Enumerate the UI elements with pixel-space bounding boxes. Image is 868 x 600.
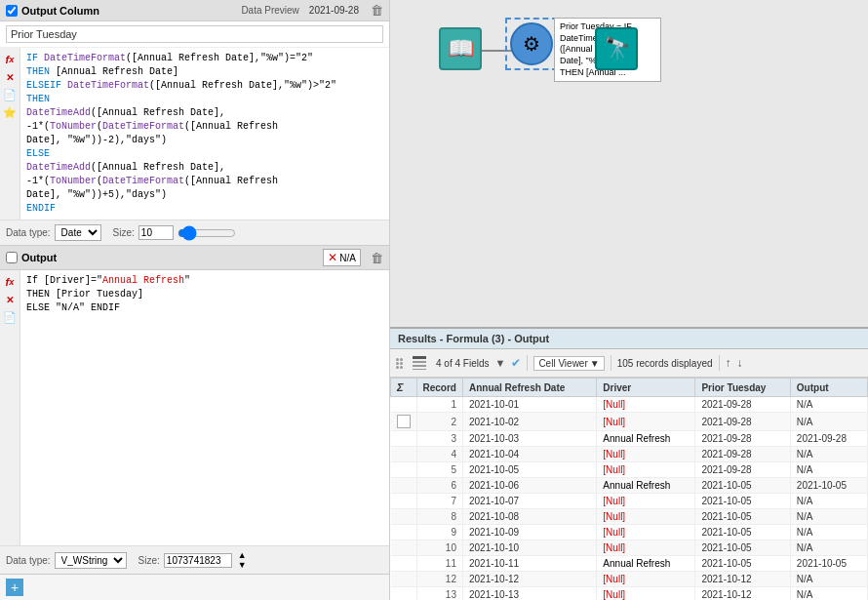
output-icon-fx[interactable]: fx [2, 274, 18, 290]
left-panel: Output Column Data Preview 2021-09-28 🗑 … [0, 0, 390, 600]
canvas-area: 📖 ⚙ Prior Tuesday = IF DateTimeFormat ([… [390, 0, 868, 327]
cell-prior-tuesday: 2021-10-05 [695, 509, 790, 525]
table-row: 52021-10-05[Null]2021-09-28N/A [391, 462, 868, 478]
cell-driver: [Null] [597, 587, 695, 601]
cell-viewer-btn[interactable]: Cell Viewer ▼ [533, 356, 604, 371]
cell-record: 5 [416, 462, 462, 478]
datatype-select-2[interactable]: V_WString [55, 552, 127, 569]
row-checkbox-cell [391, 525, 417, 540]
size-label-2: Size: [138, 555, 160, 566]
size-label-1: Size: [113, 227, 135, 238]
browse-node-icon: 🔭 [595, 27, 638, 70]
fields-checkmark: ✔ [511, 356, 521, 370]
data-type-row-1: Data type: Date Size: [0, 220, 389, 245]
size-slider-1[interactable] [178, 225, 236, 241]
col-annual-refresh-date[interactable]: Annual Refresh Date [462, 379, 596, 397]
size-input-1[interactable] [138, 225, 174, 240]
delete-column-icon[interactable]: 🗑 [371, 3, 383, 18]
results-header: Results - Formula (3) - Output [390, 329, 868, 349]
output-column-checkbox[interactable] [6, 5, 18, 17]
row-checkbox-cell [391, 556, 417, 572]
size-input-2[interactable] [164, 553, 232, 568]
cell-annual-refresh-date: 2021-10-02 [462, 413, 596, 431]
cell-record: 3 [416, 431, 462, 447]
cell-record: 7 [416, 494, 462, 509]
add-button[interactable]: + [6, 579, 23, 596]
cell-viewer-label: Cell Viewer [538, 358, 587, 369]
cell-prior-tuesday: 2021-10-12 [695, 572, 790, 587]
results-table: Σ Record Annual Refresh Date Driver Prio… [390, 378, 868, 600]
formula-icon-fx[interactable]: fx [2, 52, 18, 67]
col-prior-tuesday[interactable]: Prior Tuesday [695, 379, 790, 397]
cell-record: 2 [416, 413, 462, 431]
cell-driver: [Null] [597, 494, 695, 509]
output-checkbox[interactable] [6, 252, 18, 263]
table-row: 72021-10-07[Null]2021-10-05N/A [391, 494, 868, 509]
cell-output: N/A [790, 494, 867, 509]
cell-output: 2021-09-28 [790, 431, 867, 447]
cell-driver: Annual Refresh [597, 431, 695, 447]
size-spinner-up[interactable]: ▲▼ [238, 550, 247, 570]
output-formula-code[interactable]: If [Driver]="Annual Refresh" THEN [Prior… [20, 270, 389, 545]
table-row: 82021-10-08[Null]2021-10-05N/A [391, 509, 868, 525]
cell-annual-refresh-date: 2021-10-04 [462, 447, 596, 462]
field-name-input[interactable] [6, 25, 383, 43]
row-checkbox[interactable] [397, 415, 411, 428]
svg-rect-5 [413, 369, 426, 370]
cell-annual-refresh-date: 2021-10-01 [462, 397, 596, 413]
cell-record: 10 [416, 540, 462, 556]
records-displayed: 105 records displayed [617, 358, 713, 369]
col-output[interactable]: Output [790, 379, 867, 397]
output-icon-x[interactable]: ✕ [2, 292, 18, 307]
cell-prior-tuesday: 2021-09-28 [695, 431, 790, 447]
datatype-select-1[interactable]: Date [55, 224, 101, 241]
sort-asc-btn[interactable]: ↑ [726, 356, 731, 370]
cell-driver: [Null] [597, 540, 695, 556]
drag-handle[interactable] [396, 358, 403, 369]
row-checkbox-cell [391, 431, 417, 447]
cell-record: 1 [416, 397, 462, 413]
svg-rect-3 [413, 361, 426, 363]
svg-rect-4 [413, 365, 426, 367]
data-type-row-2: Data type: V_WString Size: ▲▼ [0, 545, 389, 574]
col-driver[interactable]: Driver [597, 379, 695, 397]
formula-icon-star[interactable]: ⭐ [2, 104, 18, 120]
canvas-node-formula[interactable]: ⚙ Prior Tuesday = IF DateTimeFormat ([An… [505, 18, 558, 70]
cell-record: 12 [416, 572, 462, 587]
cell-output: N/A [790, 525, 867, 540]
table-row: 12021-10-01[Null]2021-09-28N/A [391, 397, 868, 413]
cell-driver: Annual Refresh [597, 556, 695, 572]
results-table-container[interactable]: Σ Record Annual Refresh Date Driver Prio… [390, 378, 868, 600]
cell-prior-tuesday: 2021-10-12 [695, 587, 790, 601]
table-row: 132021-10-13[Null]2021-10-12N/A [391, 587, 868, 601]
fields-dropdown-arrow[interactable]: ▼ [494, 357, 505, 369]
table-row: 32021-10-03Annual Refresh2021-09-282021-… [391, 431, 868, 447]
sort-desc-btn[interactable]: ↓ [737, 356, 743, 370]
row-checkbox-cell [391, 587, 417, 601]
cell-annual-refresh-date: 2021-10-12 [462, 572, 596, 587]
output-icon-doc[interactable]: 📄 [2, 309, 18, 325]
delete-output-icon[interactable]: 🗑 [371, 251, 383, 265]
cell-driver: [Null] [597, 462, 695, 478]
output-column-block: Output Column Data Preview 2021-09-28 🗑 … [0, 0, 389, 246]
cell-annual-refresh-date: 2021-10-03 [462, 431, 596, 447]
cell-driver: Annual Refresh [597, 478, 695, 494]
col-record[interactable]: Record [416, 379, 462, 397]
cell-annual-refresh-date: 2021-10-06 [462, 478, 596, 494]
data-preview-label: Data Preview [241, 5, 298, 16]
canvas-node-input[interactable]: 📖 [439, 27, 482, 70]
table-icon [409, 352, 430, 374]
cell-prior-tuesday: 2021-09-28 [695, 413, 790, 431]
formula-code-block[interactable]: IF DateTimeFormat([Annual Refresh Date],… [20, 48, 389, 220]
cell-driver: [Null] [597, 413, 695, 431]
toolbar-divider-3 [719, 355, 720, 371]
output-formula-icons: fx ✕ 📄 [0, 270, 20, 545]
formula-icon-x[interactable]: ✕ [2, 69, 18, 85]
canvas-node-browse[interactable]: 🔭 [595, 27, 638, 70]
cell-annual-refresh-date: 2021-10-05 [462, 462, 596, 478]
row-checkbox-cell [391, 572, 417, 587]
table-row: 122021-10-12[Null]2021-10-12N/A [391, 572, 868, 587]
cell-prior-tuesday: 2021-09-28 [695, 462, 790, 478]
formula-icon-doc[interactable]: 📄 [2, 87, 18, 102]
svg-rect-2 [413, 356, 426, 359]
